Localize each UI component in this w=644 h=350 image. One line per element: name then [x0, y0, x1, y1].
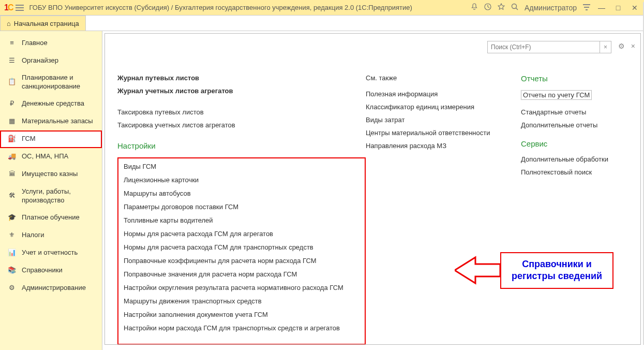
column-main: Журнал путевых листов Журнал учетных лис…: [117, 74, 366, 345]
link-correction-coef[interactable]: Поправочные коэффициенты для расчета нор…: [124, 257, 360, 265]
link-units[interactable]: Классификатор единиц измерения: [366, 103, 521, 111]
fuel-icon: ⛽: [7, 135, 17, 144]
link-norms-vehicles[interactable]: Нормы для расчета расхода ГСМ для трансп…: [124, 243, 360, 251]
user-label[interactable]: Администратор: [525, 4, 577, 12]
link-fuel-cards[interactable]: Топливные карты водителей: [124, 216, 360, 224]
tools-icon: 🛠: [7, 192, 17, 201]
callout-line2: регистры сведений: [512, 270, 602, 282]
search-icon[interactable]: [511, 3, 518, 12]
sidebar-item-assets[interactable]: 🚚ОС, НМА, НПА: [0, 148, 102, 166]
tab-home[interactable]: ⌂ Начальная страница: [0, 16, 86, 31]
link-vehicle-routes[interactable]: Маршруты движения транспортных средств: [124, 297, 360, 305]
callout-box: Справочники и регистры сведений: [500, 252, 613, 289]
link-additional-processing[interactable]: Дополнительные обработки: [521, 155, 628, 163]
sidebar-item-money[interactable]: ₽Денежные средства: [0, 95, 102, 113]
sidebar-item-taxes[interactable]: ⚜Налоги: [0, 227, 102, 244]
callout-line1: Справочники и: [512, 258, 602, 270]
report-icon: 📊: [7, 249, 17, 258]
search-input[interactable]: [487, 41, 600, 53]
settings-box: Виды ГСМ Лицензионные карточки Маршруты …: [117, 157, 366, 345]
sidebar-item-refs[interactable]: 📚Справочники: [0, 262, 102, 280]
link-fuel-types[interactable]: Виды ГСМ: [124, 163, 360, 170]
star-icon[interactable]: [498, 3, 505, 12]
eagle-icon: ⚜: [7, 231, 17, 240]
link-standard-reports[interactable]: Стандартные отчеты: [521, 108, 628, 116]
sidebar-item-admin[interactable]: ⚙Администрирование: [0, 280, 102, 297]
link-journal-sheets[interactable]: Журнал путевых листов: [117, 74, 366, 82]
sidebar-item-planning[interactable]: 📋Планирование и санкционирование: [0, 69, 102, 95]
search-wrap: ×: [487, 41, 611, 53]
sidebar-item-treasury[interactable]: 🏛Имущество казны: [0, 166, 102, 183]
callout: Справочники и регистры сведений: [455, 252, 613, 289]
link-journal-aggregates[interactable]: Журнал учетных листов агрегатов: [117, 87, 366, 95]
link-responsibility[interactable]: Центры материальной ответственности: [366, 129, 521, 137]
home-icon: ⌂: [7, 20, 11, 27]
main-panel: × ⚙ × Журнал путевых листов Журнал учетн…: [104, 33, 641, 345]
link-rounding[interactable]: Настройки округления результата расчета …: [124, 284, 360, 291]
section-settings-head: Настройки: [117, 141, 366, 150]
sidebar-item-education[interactable]: 🎓Платное обучение: [0, 209, 102, 227]
sidebar: ≡Главное ☰Органайзер 📋Планирование и сан…: [0, 31, 102, 350]
note-icon: ☰: [7, 56, 17, 65]
link-mz-directions[interactable]: Направления расхода МЗ: [366, 142, 521, 150]
ruble-icon: ₽: [7, 99, 17, 109]
columns: Журнал путевых листов Журнал учетных лис…: [117, 74, 628, 345]
svg-point-1: [512, 4, 516, 9]
cap-icon: 🎓: [7, 213, 17, 223]
sidebar-item-organizer[interactable]: ☰Органайзер: [0, 52, 102, 69]
link-useful-info[interactable]: Полезная информация: [366, 90, 521, 98]
panel-close-icon[interactable]: ×: [631, 42, 635, 50]
section-service-head: Сервис: [521, 139, 628, 148]
link-correction-values[interactable]: Поправочные значения для расчета норм ра…: [124, 270, 360, 278]
sidebar-item-fuel[interactable]: ⛽ГСМ: [0, 130, 102, 148]
window-title: ГОБУ ВПО Университет искусств (Субсидия)…: [29, 4, 471, 11]
sidebar-item-services[interactable]: 🛠Услуги, работы, производство: [0, 183, 102, 209]
sidebar-item-main[interactable]: ≡Главное: [0, 34, 102, 52]
link-fuel-reports[interactable]: Отчеты по учету ГСМ: [521, 90, 592, 100]
section-see-also-head: См. также: [366, 74, 521, 82]
bank-icon: 🏛: [7, 170, 17, 179]
clipboard-icon: 📋: [7, 78, 17, 87]
link-taxing-aggregates[interactable]: Таксировка учетных листов агрегатов: [117, 121, 366, 129]
link-license-cards[interactable]: Лицензионные карточки: [124, 176, 360, 184]
link-norm-settings[interactable]: Настройки норм расхода ГСМ для транспорт…: [124, 324, 360, 332]
filter-icon[interactable]: [583, 4, 590, 12]
link-doc-fill-settings[interactable]: Настройки заполнения документов учета ГС…: [124, 311, 360, 318]
link-contract-params[interactable]: Параметры договоров поставки ГСМ: [124, 203, 360, 211]
link-taxing-sheets[interactable]: Таксировка путевых листов: [117, 108, 366, 116]
link-norms-aggregates[interactable]: Нормы для расчета расхода ГСМ для агрега…: [124, 230, 360, 238]
column-reports: Отчеты Отчеты по учету ГСМ Стандартные о…: [521, 74, 628, 345]
link-cost-types[interactable]: Виды затрат: [366, 116, 521, 124]
search-clear-button[interactable]: ×: [600, 41, 611, 53]
tab-label: Начальная страница: [14, 20, 79, 27]
layout: ≡Главное ☰Органайзер 📋Планирование и сан…: [0, 31, 644, 350]
truck-icon: 🚚: [7, 152, 17, 162]
link-bus-routes[interactable]: Маршруты автобусов: [124, 189, 360, 197]
maximize-button[interactable]: □: [613, 4, 623, 12]
title-bar: 1С ГОБУ ВПО Университет искусств (Субсид…: [0, 0, 644, 16]
section-reports-head: Отчеты: [521, 74, 628, 83]
close-button[interactable]: ✕: [630, 4, 640, 12]
list-icon: ≡: [7, 38, 17, 48]
gear-icon: ⚙: [7, 284, 17, 293]
column-see-also: См. также Полезная информация Классифика…: [366, 74, 521, 345]
sidebar-item-accounting[interactable]: 📊Учет и отчетность: [0, 244, 102, 262]
tab-bar: ⌂ Начальная страница: [0, 16, 644, 31]
link-fulltext-search[interactable]: Полнотекстовый поиск: [521, 168, 628, 176]
main-menu-icon[interactable]: [14, 3, 25, 13]
link-additional-reports[interactable]: Дополнительные отчеты: [521, 121, 628, 129]
arrow-left-icon: [455, 255, 501, 286]
bell-icon[interactable]: [471, 3, 478, 12]
top-toolbar: Администратор — □ ✕: [471, 3, 640, 12]
app-logo: 1С: [4, 3, 12, 12]
book-icon: 📚: [7, 266, 17, 275]
sidebar-item-materials[interactable]: ▦Материальные запасы: [0, 113, 102, 130]
grid-icon: ▦: [7, 117, 17, 126]
history-icon[interactable]: [484, 3, 491, 12]
minimize-button[interactable]: —: [596, 4, 607, 12]
settings-gear-icon[interactable]: ⚙: [618, 42, 625, 50]
